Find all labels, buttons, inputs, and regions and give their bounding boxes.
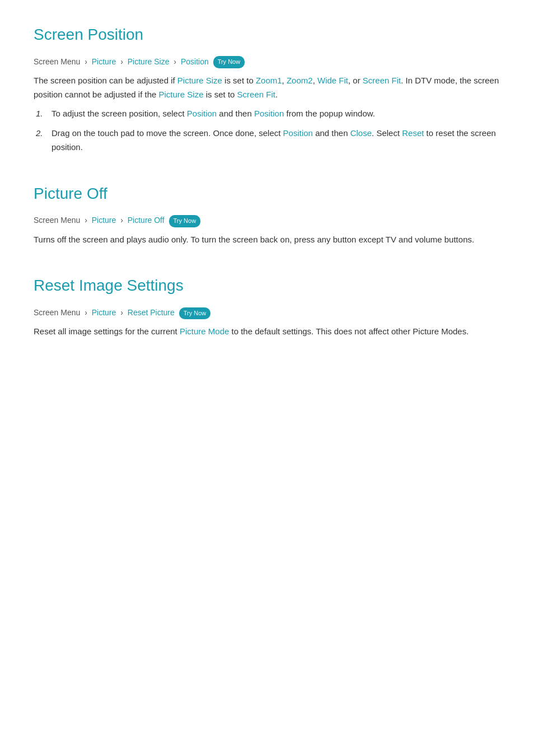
link-reset[interactable]: Reset: [402, 128, 424, 138]
breadcrumb-text: Screen Menu: [34, 308, 80, 317]
breadcrumb-link-reset-picture[interactable]: Reset Picture: [128, 308, 175, 317]
section-title-reset-image-settings: Reset Image Settings: [34, 273, 500, 298]
section-title-picture-off: Picture Off: [34, 181, 500, 207]
list-number-2: 2.: [34, 127, 51, 155]
breadcrumb-link-picture[interactable]: Picture: [92, 308, 116, 317]
try-now-badge-picture-off[interactable]: Try Now: [169, 215, 201, 227]
list-item: 1. To adjust the screen position, select…: [34, 107, 500, 121]
list-item: 2. Drag on the touch pad to move the scr…: [34, 127, 500, 155]
link-position-1[interactable]: Position: [187, 109, 217, 118]
list-content-1: To adjust the screen position, select Po…: [51, 107, 500, 121]
picture-off-description: Turns off the screen and plays audio onl…: [34, 233, 500, 247]
section-picture-off: Picture Off Screen Menu › Picture › Pict…: [34, 181, 500, 247]
breadcrumb-separator: ›: [120, 308, 125, 317]
link-wide-fit[interactable]: Wide Fit: [317, 76, 348, 85]
link-position-2[interactable]: Position: [254, 109, 284, 118]
page-container: Screen Position Screen Menu › Picture › …: [0, 0, 534, 399]
try-now-badge-position[interactable]: Try Now: [213, 56, 245, 68]
link-close[interactable]: Close: [350, 128, 372, 138]
screen-position-list: 1. To adjust the screen position, select…: [34, 107, 500, 154]
breadcrumb-separator: ›: [174, 57, 179, 66]
reset-image-description: Reset all image settings for the current…: [34, 325, 500, 339]
breadcrumb-text: Screen Menu: [34, 57, 80, 66]
section-reset-image-settings: Reset Image Settings Screen Menu › Pictu…: [34, 273, 500, 339]
breadcrumb-separator: ›: [120, 216, 125, 225]
link-zoom2[interactable]: Zoom2: [287, 76, 313, 85]
breadcrumb-link-picture-off[interactable]: Picture Off: [128, 216, 165, 225]
link-zoom1[interactable]: Zoom1: [256, 76, 282, 85]
link-position-3[interactable]: Position: [283, 128, 313, 138]
section-title-screen-position: Screen Position: [34, 22, 500, 48]
breadcrumb-separator: ›: [85, 57, 90, 66]
try-now-badge-reset-picture[interactable]: Try Now: [179, 307, 211, 320]
breadcrumb-link-picture[interactable]: Picture: [92, 57, 116, 66]
breadcrumb-screen-position: Screen Menu › Picture › Picture Size › P…: [34, 55, 500, 68]
link-screen-fit-2[interactable]: Screen Fit: [237, 90, 275, 99]
link-screen-fit-1[interactable]: Screen Fit: [363, 76, 401, 85]
section-screen-position: Screen Position Screen Menu › Picture › …: [34, 22, 500, 155]
list-number-1: 1.: [34, 107, 51, 121]
breadcrumb-separator: ›: [85, 216, 90, 225]
screen-position-description: The screen position can be adjusted if P…: [34, 74, 500, 102]
breadcrumb-separator: ›: [120, 57, 125, 66]
list-content-2: Drag on the touch pad to move the screen…: [51, 127, 500, 155]
link-picture-size-2[interactable]: Picture Size: [159, 90, 204, 99]
link-picture-mode[interactable]: Picture Mode: [180, 326, 229, 336]
breadcrumb-picture-off: Screen Menu › Picture › Picture Off Try …: [34, 214, 500, 227]
breadcrumb-reset-image: Screen Menu › Picture › Reset Picture Tr…: [34, 306, 500, 319]
breadcrumb-link-position[interactable]: Position: [181, 57, 209, 66]
breadcrumb-link-picture-size[interactable]: Picture Size: [128, 57, 170, 66]
link-picture-size-1[interactable]: Picture Size: [177, 76, 222, 85]
breadcrumb-separator: ›: [85, 308, 90, 317]
breadcrumb-text: Screen Menu: [34, 216, 80, 225]
breadcrumb-link-picture[interactable]: Picture: [92, 216, 116, 225]
